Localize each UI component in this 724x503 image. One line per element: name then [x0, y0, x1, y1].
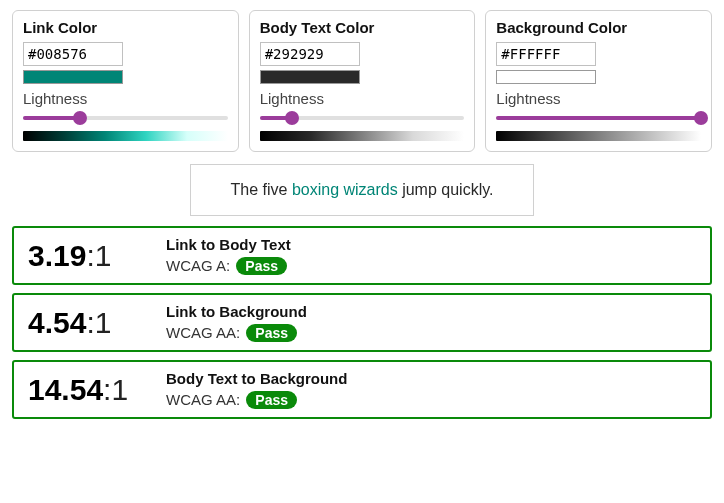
sample-text-box: The five boxing wizards jump quickly. — [190, 164, 535, 216]
wcag-line: WCAG A: Pass — [166, 257, 291, 275]
ratio-main: 3.19 — [28, 239, 86, 272]
link-lightness-slider[interactable] — [23, 111, 228, 125]
slider-fill — [23, 116, 80, 120]
body-hex-input[interactable] — [260, 42, 360, 66]
ratio-value: 4.54:1 — [28, 306, 148, 340]
panel-background-color: Background Color Lightness — [485, 10, 712, 152]
bg-swatch — [496, 70, 596, 84]
ratio-main: 4.54 — [28, 306, 86, 339]
wcag-line: WCAG AA: Pass — [166, 324, 307, 342]
panel-title: Body Text Color — [260, 19, 465, 36]
slider-thumb[interactable] — [285, 111, 299, 125]
status-badge: Pass — [246, 324, 297, 342]
lightness-label: Lightness — [496, 90, 701, 107]
wcag-level-label: WCAG AA: — [166, 324, 244, 341]
panel-link-color: Link Color Lightness — [12, 10, 239, 152]
link-swatch — [23, 70, 123, 84]
result-body-to-background: 14.54:1 Body Text to Background WCAG AA:… — [12, 360, 712, 419]
result-title: Body Text to Background — [166, 370, 347, 387]
ratio-suffix: :1 — [86, 306, 111, 339]
ratio-value: 3.19:1 — [28, 239, 148, 273]
sample-wrap: The five boxing wizards jump quickly. — [12, 164, 712, 216]
wcag-level-label: WCAG A: — [166, 257, 234, 274]
result-link-to-body: 3.19:1 Link to Body Text WCAG A: Pass — [12, 226, 712, 285]
result-info: Body Text to Background WCAG AA: Pass — [166, 370, 347, 409]
slider-thumb[interactable] — [694, 111, 708, 125]
ratio-suffix: :1 — [103, 373, 128, 406]
color-panels: Link Color Lightness Body Text Color Lig… — [12, 10, 712, 152]
bg-gradient — [496, 131, 701, 141]
result-title: Link to Body Text — [166, 236, 291, 253]
lightness-label: Lightness — [260, 90, 465, 107]
sample-before: The five — [231, 181, 292, 198]
result-info: Link to Background WCAG AA: Pass — [166, 303, 307, 342]
bg-hex-input[interactable] — [496, 42, 596, 66]
slider-fill — [496, 116, 701, 120]
result-info: Link to Body Text WCAG A: Pass — [166, 236, 291, 275]
contrast-results: 3.19:1 Link to Body Text WCAG A: Pass 4.… — [12, 226, 712, 419]
link-hex-input[interactable] — [23, 42, 123, 66]
ratio-value: 14.54:1 — [28, 373, 148, 407]
body-lightness-slider[interactable] — [260, 111, 465, 125]
status-badge: Pass — [236, 257, 287, 275]
link-gradient — [23, 131, 228, 141]
body-swatch — [260, 70, 360, 84]
slider-thumb[interactable] — [73, 111, 87, 125]
wcag-level-label: WCAG AA: — [166, 391, 244, 408]
result-link-to-background: 4.54:1 Link to Background WCAG AA: Pass — [12, 293, 712, 352]
ratio-suffix: :1 — [86, 239, 111, 272]
status-badge: Pass — [246, 391, 297, 409]
panel-title: Link Color — [23, 19, 228, 36]
sample-link[interactable]: boxing wizards — [292, 181, 398, 198]
bg-lightness-slider[interactable] — [496, 111, 701, 125]
panel-title: Background Color — [496, 19, 701, 36]
wcag-line: WCAG AA: Pass — [166, 391, 347, 409]
sample-after: jump quickly. — [398, 181, 494, 198]
panel-body-text-color: Body Text Color Lightness — [249, 10, 476, 152]
lightness-label: Lightness — [23, 90, 228, 107]
ratio-main: 14.54 — [28, 373, 103, 406]
result-title: Link to Background — [166, 303, 307, 320]
body-gradient — [260, 131, 465, 141]
